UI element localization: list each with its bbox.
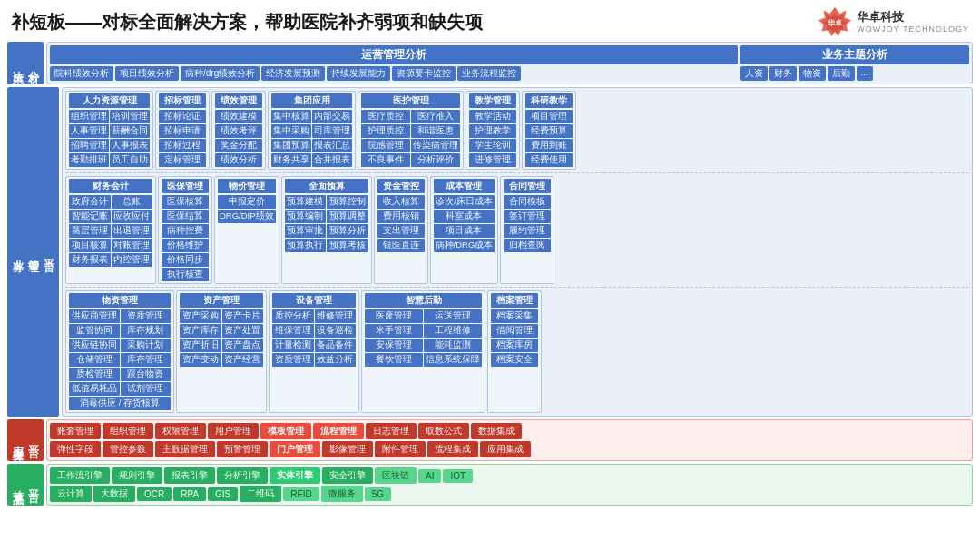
- biz-tags-row: 人资 财务 物资 后勤 ...: [740, 66, 970, 81]
- module-edu-title: 教学管理: [469, 93, 516, 108]
- fin-item-2: 智能记账: [69, 210, 111, 223]
- edu-item-0: 教学活动: [469, 110, 516, 123]
- tech-tag-14: 二维码: [240, 486, 281, 502]
- decision-label: 决策分析: [7, 42, 44, 84]
- tech-tag-3: 分析引擎: [217, 467, 268, 484]
- module-research: 科研教学 项目管理 经费预算 费用到账 经费使用: [522, 91, 576, 170]
- nursing-item-3: 和谐医患: [411, 124, 460, 138]
- group-item-0: 集中核算: [271, 110, 311, 123]
- bud-item-4: 预算审批: [285, 224, 327, 238]
- tech-tag-2: 报表引擎: [164, 467, 215, 484]
- module-budget: 全面预算 预算建模 预算控制 预算编制 预算调整 预算审批 预算分析 预算执行 …: [281, 176, 372, 284]
- module-logistics: 智慧后勤 医废管理 运送管理 米手管理 工程维修 安保管理 能耗监测 餐饮管理 …: [361, 290, 485, 413]
- arc-item-3: 档案安全: [491, 353, 538, 367]
- module-contract: 合同管理 合同模板 签订管理 履约管理 归档查阅: [500, 176, 554, 284]
- nursing-item-5: 传染病管理: [411, 139, 460, 152]
- module-capital: 资金管控 收入核算 费用核销 支出管理 银医直连: [374, 176, 428, 284]
- sup-item-4: 供应链协同: [69, 339, 120, 352]
- business-label: 业务管理平台: [7, 87, 59, 417]
- cap-item-0: 收入核算: [377, 195, 425, 209]
- sup-tag-9: 弹性字段: [50, 441, 101, 457]
- ops-tags-row: 院科绩效分析 项目绩效分析 病种/drg绩效分析 经济发展预测 持续发展能力 资…: [50, 66, 738, 81]
- nursing-item-6: 不良事件: [361, 153, 410, 167]
- biz-tag-4: ...: [857, 66, 873, 81]
- module-contract-title: 合同管理: [504, 179, 551, 193]
- main-container: 决策分析 运营管理分析 院科绩效分析 项目绩效分析 病种/drg绩效分析 经济发…: [0, 42, 980, 509]
- log-item-4: 安保管理: [365, 339, 423, 352]
- bud-item-7: 预算考核: [327, 239, 368, 252]
- biz-title: 业务主题分析: [740, 45, 970, 64]
- research-item-2: 费用到账: [525, 139, 573, 152]
- arc-item-2: 档案库房: [491, 339, 538, 352]
- logo-area: 华卓 华卓科技 WOWJOY TECHNOLOGY: [818, 5, 969, 38]
- sup-tag-10: 管控参数: [103, 441, 153, 457]
- tech-section-row: 技术底层平台 工作流引擎 规则引擎 报表引擎 分析引擎 实体引擎 安全引擎 区块…: [7, 464, 973, 506]
- dev-item-6: 资质管理: [272, 353, 314, 367]
- sup-tag-3: 用户管理: [208, 423, 259, 439]
- tech-tag-4: 实体引擎: [270, 467, 320, 484]
- tech-tag-1: 规则引擎: [112, 467, 162, 484]
- bud-item-1: 预算控制: [327, 195, 368, 209]
- sup-item-7: 库存管理: [121, 353, 172, 367]
- biz-tag-2: 物资: [799, 66, 826, 81]
- ops-tag-5: 资源要卡监控: [392, 66, 456, 81]
- dev-item-5: 备品备件: [315, 339, 357, 352]
- sup-tag-7: 取数公式: [418, 423, 469, 439]
- fin-item-4: 蒸层管理: [69, 224, 111, 238]
- module-archive-title: 档案管理: [491, 293, 538, 308]
- hr-item-5: 人事报表: [110, 139, 150, 152]
- sup-tag-11: 主数据管理: [155, 441, 215, 457]
- fin-item-3: 应收应付: [112, 210, 153, 223]
- cost-item-0: 诊次/床日成本: [434, 195, 495, 209]
- support-content: 账套管理 组织管理 权限管理 用户管理 模板管理 流程管理 日志管理 取数公式 …: [46, 419, 973, 461]
- module-insurance: 医保管理 医保核算 医保结算 病种控费 价格维护 价格同步 执行核查: [158, 176, 212, 284]
- sup-tag-4: 模板管理: [260, 423, 311, 439]
- tech-tag-17: 5G: [365, 487, 391, 501]
- tech-tag-5: 安全引擎: [322, 467, 373, 484]
- module-supply-title: 物资管理: [69, 293, 171, 308]
- sup-tag-0: 账套管理: [50, 423, 101, 439]
- dev-item-1: 维修管理: [315, 309, 357, 323]
- ops-tag-3: 经济发展预测: [261, 66, 325, 81]
- ops-title: 运营管理分析: [50, 45, 738, 64]
- biz-row3: 物资管理 供应商管理 资质管理 监管协同 库存规划 供应链协同 采购计划 仓储管…: [65, 290, 969, 413]
- module-cost-title: 成本管理: [434, 179, 495, 193]
- edu-item-1: 护理教学: [469, 124, 516, 138]
- dev-item-7: 效益分析: [315, 353, 357, 367]
- sup-item-1: 资质管理: [121, 309, 172, 323]
- ast-item-7: 资产经营: [222, 353, 264, 367]
- module-group: 集团应用 集中核算 内部交易 集中采购 司库管理 集团预算 报表汇总 财务共享 …: [268, 91, 356, 170]
- fin-item-5: 出退管理: [112, 224, 153, 238]
- sup-item-9: 跟台物资: [121, 368, 172, 381]
- ast-item-5: 资产盘点: [222, 339, 264, 352]
- ast-item-1: 资产卡片: [222, 309, 264, 323]
- con-item-1: 签订管理: [504, 210, 551, 223]
- edu-item-3: 进修管理: [469, 153, 516, 167]
- ast-item-6: 资产变动: [180, 353, 221, 367]
- support-label: 应用支撑平台: [7, 419, 44, 461]
- price-item-0: 申报定价: [218, 195, 276, 209]
- ast-item-0: 资产采购: [180, 309, 221, 323]
- logo-sub: WOWJOY TECHNOLOGY: [857, 25, 969, 34]
- nursing-item-7: 分析评价: [411, 153, 460, 167]
- tech-tag-8: IOT: [443, 469, 473, 483]
- fin-item-1: 总账: [112, 195, 153, 209]
- sup-item-0: 供应商管理: [69, 309, 120, 323]
- cost-item-1: 科室成本: [434, 210, 495, 223]
- log-item-6: 餐饮管理: [365, 353, 423, 367]
- group-item-6: 财务共享: [271, 153, 311, 167]
- biz-row2: 财务会计 政府会计 总账 智能记账 应收应付 蒸层管理 出退管理 项目核算 对账…: [65, 176, 969, 284]
- cap-item-3: 银医直连: [377, 239, 425, 252]
- biz-divider-2: [65, 287, 969, 288]
- nursing-item-0: 医疗质控: [361, 110, 410, 123]
- support-row2: 弹性字段 管控参数 主数据管理 预警管理 门户管理 影像管理 附件管理 流程集成…: [50, 441, 969, 457]
- biz-analysis-block: 业务主题分析 人资 财务 物资 后勤 ...: [740, 45, 970, 81]
- sup-tag-5: 流程管理: [313, 423, 364, 439]
- module-asset: 资产管理 资产采购 资产卡片 资产库存 资产处置 资产折旧 资产盘点 资产变动 …: [176, 290, 267, 413]
- module-hr: 人力资源管理 组织管理 培训管理 人事管理 薪酬合同 招聘管理 人事报表 考勤排…: [65, 91, 153, 170]
- group-item-1: 内部交易: [312, 110, 352, 123]
- biz-tag-0: 人资: [740, 66, 768, 81]
- sup-item-11: 试剂管理: [121, 382, 172, 396]
- perf-item-0: 绩效建模: [215, 110, 262, 123]
- sup-item-12: 消毒供应 / 存货核算: [69, 397, 171, 410]
